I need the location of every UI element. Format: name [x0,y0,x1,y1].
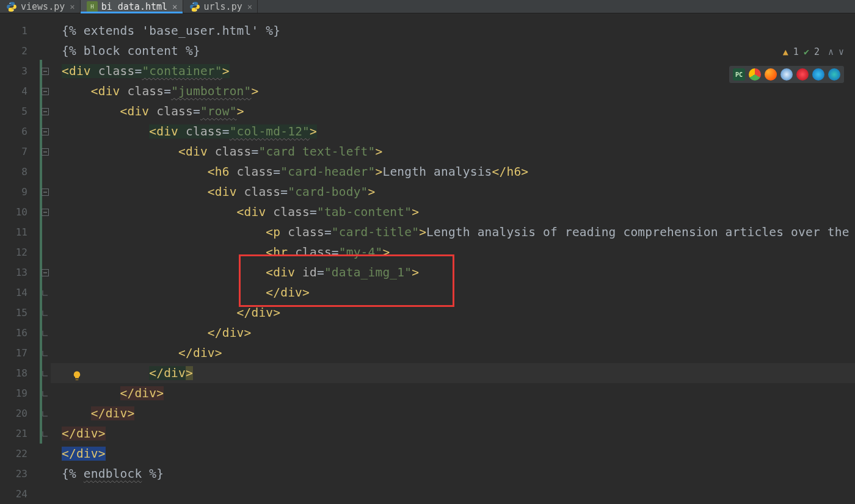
line-number[interactable]: 22 [0,444,40,464]
code-line[interactable]: <div class="jumbotron"> [51,81,855,101]
code-line[interactable]: {% extends 'base_user.html' %} [51,21,855,41]
svg-point-0 [9,2,10,3]
tab-label: bi_data.html [101,1,167,12]
line-number[interactable]: 10 [0,202,40,222]
editor-tab[interactable]: views.py× [0,0,81,13]
svg-point-4 [192,2,193,3]
code-line[interactable]: <div class="row"> [51,101,855,121]
fold-toggle [40,484,51,504]
code-line[interactable]: <div class="tab-content"> [51,202,855,222]
code-editor[interactable]: 123456789101112131415161718192021222324 … [0,13,855,504]
tab-label: urls.py [204,1,242,12]
code-line[interactable]: <p class="card-title">Length analysis of… [51,222,855,242]
code-line[interactable]: </div> [51,403,855,423]
line-number[interactable]: 5 [0,101,40,121]
close-icon[interactable]: × [172,2,177,12]
line-number[interactable]: 19 [0,383,40,403]
code-line[interactable]: <div class="card text-left"> [51,142,855,162]
code-line[interactable]: </div> [51,363,855,383]
svg-point-5 [196,9,197,10]
code-line[interactable]: {% block content %} [51,41,855,61]
line-number[interactable]: 3 [0,61,40,81]
line-number[interactable]: 21 [0,423,40,444]
editor-tab[interactable]: Hbi_data.html× [81,0,183,13]
line-number-gutter[interactable]: 123456789101112131415161718192021222324 [0,13,40,504]
line-number[interactable]: 2 [0,41,40,61]
line-number[interactable]: 18 [0,363,40,383]
line-number[interactable]: 9 [0,182,40,202]
fold-toggle [40,21,51,41]
svg-point-1 [13,9,13,10]
editor-tabs: views.py×Hbi_data.html×urls.py× [0,0,855,13]
code-line[interactable] [51,484,855,504]
code-line[interactable]: </div> [51,343,855,363]
code-line[interactable]: </div> [51,423,855,444]
line-number[interactable]: 17 [0,343,40,363]
code-line[interactable]: </div> [51,383,855,403]
line-number[interactable]: 6 [0,121,40,142]
line-number[interactable]: 7 [0,142,40,162]
line-number[interactable]: 8 [0,162,40,182]
annotation-rectangle [239,254,454,307]
code-area[interactable]: {% extends 'base_user.html' %}{% block c… [51,13,855,504]
svg-text:H: H [90,4,93,10]
line-number[interactable]: 1 [0,21,40,41]
line-number[interactable]: 20 [0,403,40,423]
line-number[interactable]: 23 [0,464,40,484]
code-line[interactable]: </div> [51,444,855,464]
close-icon[interactable]: × [247,2,252,12]
tab-label: views.py [21,1,65,12]
line-number[interactable]: 13 [0,262,40,283]
line-number[interactable]: 15 [0,303,40,323]
code-line[interactable]: {% endblock %} [51,464,855,484]
line-number[interactable]: 14 [0,283,40,303]
code-line[interactable]: <div class="container"> [51,61,855,81]
fold-toggle [40,41,51,61]
code-line[interactable]: </div> [51,323,855,343]
line-number[interactable]: 11 [0,222,40,242]
code-line[interactable]: <div class="card-body"> [51,182,855,202]
fold-toggle [40,444,51,464]
line-number[interactable]: 12 [0,242,40,262]
editor-tab[interactable]: urls.py× [183,0,258,13]
ide-window: views.py×Hbi_data.html×urls.py× 12345678… [0,0,855,504]
line-number[interactable]: 4 [0,81,40,101]
line-number[interactable]: 16 [0,323,40,343]
vcs-change-bar [40,60,42,444]
code-line[interactable]: <h6 class="card-header">Length analysis<… [51,162,855,182]
line-number[interactable]: 24 [0,484,40,504]
close-icon[interactable]: × [70,2,75,12]
fold-toggle [40,464,51,484]
code-line[interactable]: <div class="col-md-12"> [51,121,855,142]
